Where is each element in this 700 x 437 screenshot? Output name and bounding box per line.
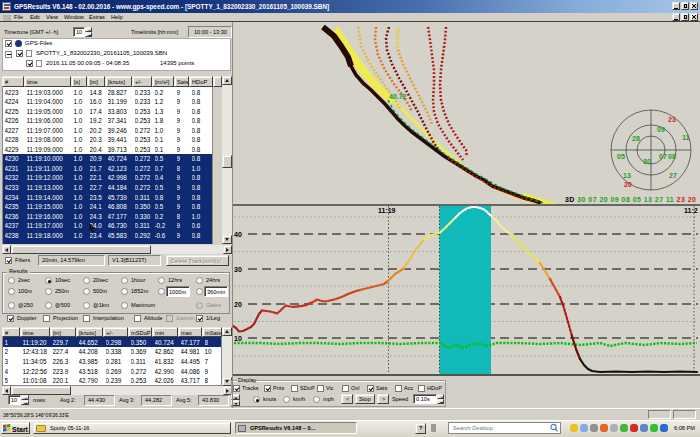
svg-text:28: 28 [632,135,640,142]
svg-text:11: 11 [682,134,690,141]
svg-text:3D 30 07 20 09 08 05 13 27 11: 3D 30 07 20 09 08 05 13 27 11 23 20 [565,196,696,203]
svg-text:11:2: 11:2 [684,207,698,214]
svg-text:23: 23 [668,116,676,123]
svg-text:05: 05 [617,153,625,160]
svg-text:27: 27 [669,172,677,179]
svg-text:30: 30 [643,158,651,165]
svg-text:40: 40 [234,231,242,238]
svg-text:40.72: 40.72 [389,93,407,100]
svg-text:08: 08 [668,153,676,160]
svg-text:30: 30 [234,266,242,273]
svg-text:20: 20 [624,181,632,188]
svg-text:07: 07 [659,153,667,160]
svg-text:20: 20 [234,301,242,308]
svg-text:13: 13 [623,172,631,179]
svg-text:10: 10 [234,335,242,342]
svg-text:11:19: 11:19 [378,207,396,214]
svg-text:09: 09 [657,126,665,133]
